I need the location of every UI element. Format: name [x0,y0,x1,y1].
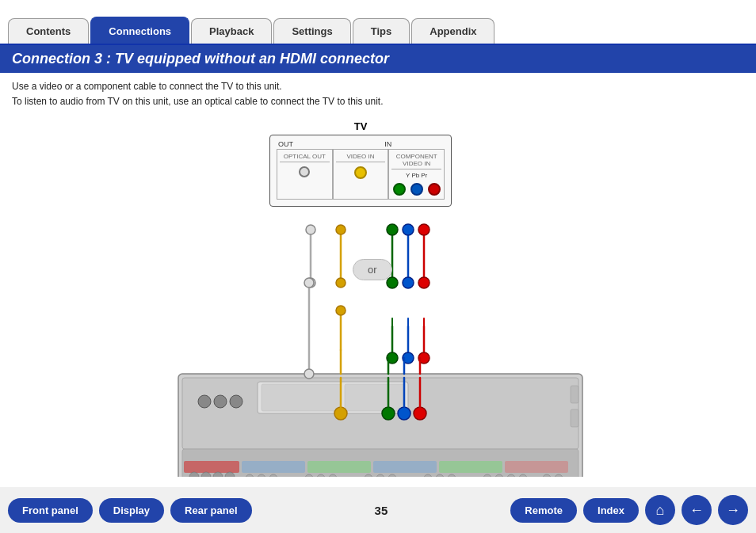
svg-point-70 [269,474,277,477]
svg-point-105 [495,474,503,477]
svg-point-20 [387,352,398,364]
remote-button[interactable]: Remote [510,498,577,523]
svg-point-97 [448,474,456,477]
svg-point-61 [201,472,211,477]
svg-rect-38 [258,382,408,413]
video-in-label: VIDEO IN [336,153,386,162]
svg-point-62 [213,472,223,477]
svg-point-2 [306,278,315,287]
svg-rect-41 [571,386,578,403]
svg-rect-29 [184,461,239,473]
svg-point-78 [317,474,325,477]
svg-rect-32 [373,461,437,473]
tv-top-labels: OUT IN [277,140,445,148]
tab-contents[interactable]: Contents [8,18,89,44]
svg-rect-42 [571,409,578,427]
tv-video-section: VIDEO IN [333,149,389,200]
svg-point-87 [376,474,384,477]
pr-connector [428,183,441,196]
tv-optical-section: OPTICAL OUT [277,149,333,200]
tab-playback[interactable]: Playback [191,18,272,44]
tab-appendix[interactable]: Appendix [411,18,494,44]
index-button[interactable]: Index [583,498,639,523]
svg-point-112 [543,474,551,477]
front-panel-button[interactable]: Front panel [8,498,93,523]
svg-point-113 [555,474,563,477]
page-title: Connection 3 : TV equipped without an HD… [0,44,756,73]
page-number: 35 [258,504,505,517]
svg-point-22 [418,352,430,364]
component-label: COMPONENT VIDEO IN [391,153,441,169]
back-button[interactable]: ← [682,495,712,525]
y-label: Y [406,172,410,179]
svg-point-48 [414,407,426,420]
component-connector-row [391,183,441,196]
svg-rect-33 [439,461,502,473]
video-in-connector [354,166,367,179]
in-label: IN [333,140,443,148]
svg-point-36 [214,395,227,408]
svg-point-4 [336,225,346,234]
svg-point-46 [382,407,395,420]
svg-point-106 [507,474,515,477]
svg-point-35 [198,395,211,408]
tab-connections[interactable]: Connections [90,17,189,44]
y-connector [393,183,406,196]
video-connector-row [336,166,386,179]
svg-point-95 [424,474,432,477]
svg-point-104 [483,474,491,477]
svg-point-47 [398,407,410,420]
display-button[interactable]: Display [99,498,164,523]
svg-point-5 [336,278,346,287]
pr-label: Pr [421,172,427,179]
svg-point-107 [519,474,527,477]
svg-point-1 [306,225,315,234]
bottom-navigation: Front panel Display Rear panel 35 Remote… [0,487,756,533]
content-area: TV OUT IN OPTICAL OUT VIDEO IN [0,112,756,477]
tab-settings[interactable]: Settings [273,18,350,44]
description: Use a video or a component cable to conn… [0,73,756,112]
svg-point-60 [189,472,199,477]
optical-connector [299,166,310,177]
optical-connector-row [280,166,330,177]
description-line2: To listen to audio from TV on this unit,… [12,94,744,109]
rear-panel-button[interactable]: Rear panel [170,498,251,523]
svg-point-10 [387,277,398,288]
svg-point-58 [304,278,314,287]
svg-rect-26 [178,374,582,477]
svg-point-45 [334,407,347,420]
svg-point-9 [387,224,398,235]
nav-tabs: Contents Connections Playback Settings T… [0,0,756,44]
tv-diagram: TV OUT IN OPTICAL OUT VIDEO IN [269,120,452,207]
svg-point-79 [329,474,337,477]
svg-rect-30 [242,461,305,473]
pb-connector [410,183,423,196]
description-line1: Use a video or a component cable to conn… [12,79,744,94]
pb-label: Pb [411,172,419,179]
forward-button[interactable]: → [718,495,748,525]
svg-point-69 [258,474,265,477]
svg-point-68 [246,474,254,477]
svg-point-37 [230,395,242,408]
svg-point-59 [304,369,314,379]
optical-label: OPTICAL OUT [280,153,330,162]
svg-rect-39 [262,384,341,411]
svg-point-16 [418,277,430,288]
svg-point-13 [403,277,414,288]
tv-sections: OPTICAL OUT VIDEO IN COMPONENT VIDEO IN … [277,149,445,200]
svg-rect-28 [182,449,578,477]
tv-box: OUT IN OPTICAL OUT VIDEO IN COMPO [269,135,452,207]
home-button[interactable]: ⌂ [645,495,675,525]
svg-rect-34 [505,461,568,473]
tv-label: TV [269,120,452,132]
svg-point-77 [305,474,313,477]
svg-point-63 [225,472,235,477]
svg-point-21 [403,352,414,364]
svg-point-15 [418,224,430,235]
svg-rect-40 [345,384,404,411]
svg-point-96 [436,474,444,477]
svg-point-7 [336,306,346,315]
svg-rect-31 [307,461,371,473]
tab-tips[interactable]: Tips [353,18,410,44]
out-label: OUT [278,140,333,148]
